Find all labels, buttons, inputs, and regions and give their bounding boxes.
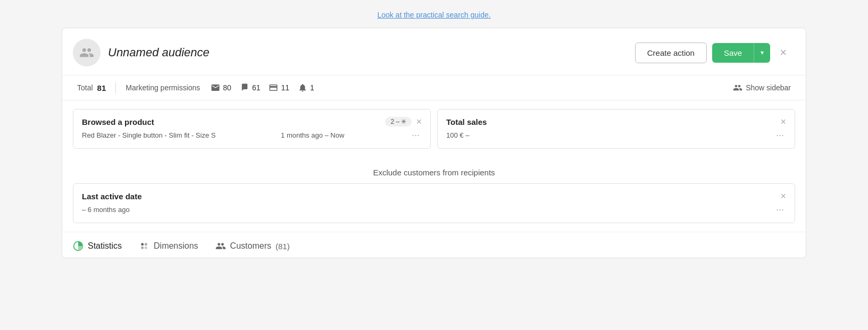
filter-sales-detail: 100 € – ···	[446, 130, 786, 141]
filter-browse-badge: 2 – ✳	[385, 117, 412, 126]
filter-sales-badge-group: ×	[780, 117, 786, 126]
filter-browse-more-button[interactable]: ···	[410, 130, 422, 141]
exclude-label: Exclude customers from recipients	[373, 168, 495, 177]
filter-row: Browsed a product 2 – ✳ × Red Blazer - S…	[73, 109, 795, 149]
exclude-card-date: – 6 months ago	[82, 206, 130, 214]
sms-icon	[240, 83, 249, 92]
filter-sales-close-button[interactable]: ×	[780, 117, 786, 126]
tab-customers[interactable]: Customers (81)	[215, 241, 290, 251]
filter-browse-time: 1 months ago – Now	[281, 131, 344, 139]
filter-browse-close-button[interactable]: ×	[416, 117, 422, 126]
total-label: Total	[77, 83, 93, 92]
customers-icon	[215, 241, 226, 251]
email-icon	[211, 83, 220, 92]
email-value: 80	[223, 83, 231, 92]
filter-card-sales-header: Total sales ×	[446, 117, 786, 126]
exclude-section: Exclude customers from recipients	[62, 159, 806, 183]
filter-card-browse: Browsed a product 2 – ✳ × Red Blazer - S…	[73, 109, 431, 149]
tab-statistics-label: Statistics	[88, 241, 122, 251]
save-button[interactable]: Save	[712, 43, 754, 63]
create-action-button[interactable]: Create action	[635, 43, 707, 63]
card-header: Unnamed audience Create action Save ▾ ×	[62, 28, 806, 75]
bottom-tabs: Statistics Dimensions Customers (81)	[62, 232, 806, 258]
bell-stat: 1	[298, 83, 314, 92]
bell-value: 1	[310, 83, 314, 92]
stats-total: Total 81	[77, 83, 106, 92]
practical-search-guide-link[interactable]: Look at the practical search guide.	[377, 11, 490, 19]
audience-icon	[79, 45, 94, 60]
sms-value: 61	[252, 83, 261, 92]
tab-statistics[interactable]: Statistics	[73, 241, 122, 251]
card-value: 11	[281, 83, 289, 92]
svg-point-3	[141, 247, 144, 249]
tab-customers-count: (81)	[276, 242, 290, 251]
total-value: 81	[97, 83, 106, 92]
exclude-filter-card: Last active date × – 6 months ago ···	[73, 183, 795, 223]
permissions-label: Marketing permissions	[126, 83, 200, 92]
header-left: Unnamed audience	[73, 39, 210, 66]
filter-card-sales: Total sales × 100 € – ···	[437, 109, 795, 149]
show-sidebar-label: Show sidebar	[746, 83, 791, 92]
email-stat: 80	[211, 83, 231, 92]
exclude-card-detail: – 6 months ago ···	[82, 204, 786, 215]
exclude-card-more-button[interactable]: ···	[774, 204, 786, 215]
filter-browse-title: Browsed a product	[82, 117, 154, 126]
save-button-group: Save ▾	[712, 43, 770, 63]
tab-dimensions[interactable]: Dimensions	[139, 241, 198, 251]
card-icon	[269, 83, 278, 92]
exclude-card-title: Last active date	[82, 192, 142, 201]
filter-sales-amount: 100 € –	[446, 131, 469, 139]
save-dropdown-button[interactable]: ▾	[754, 43, 770, 63]
sms-stat: 61	[240, 83, 261, 92]
filter-sales-more-button[interactable]: ···	[774, 130, 786, 141]
exclude-card-header: Last active date ×	[82, 191, 786, 201]
audience-name: Unnamed audience	[108, 46, 210, 60]
bell-icon	[298, 83, 307, 92]
audience-card: Unnamed audience Create action Save ▾ × …	[62, 28, 806, 258]
stats-row: Total 81 Marketing permissions 80 61 11	[62, 75, 806, 100]
filter-browse-detail: Red Blazer - Single button - Slim fit - …	[82, 130, 422, 141]
close-card-button[interactable]: ×	[775, 45, 791, 61]
svg-point-1	[141, 243, 144, 246]
exclude-card-close-button[interactable]: ×	[780, 191, 786, 201]
tab-dimensions-label: Dimensions	[154, 241, 198, 251]
dimensions-icon	[139, 241, 149, 251]
filter-badge-group: 2 – ✳ ×	[385, 117, 422, 126]
card-stat: 11	[269, 83, 289, 92]
filter-card-browse-header: Browsed a product 2 – ✳ ×	[82, 117, 422, 126]
stats-permissions: Marketing permissions	[126, 83, 200, 92]
statistics-icon	[73, 241, 84, 251]
avatar	[73, 39, 101, 66]
svg-point-2	[145, 243, 147, 246]
filter-browse-product-text: Red Blazer - Single button - Slim fit - …	[82, 131, 215, 139]
header-right: Create action Save ▾ ×	[635, 43, 791, 63]
show-sidebar-button[interactable]: Show sidebar	[733, 83, 791, 92]
stats-divider	[115, 82, 116, 94]
tab-customers-label: Customers	[230, 241, 271, 251]
svg-point-4	[145, 247, 147, 249]
filter-area: Browsed a product 2 – ✳ × Red Blazer - S…	[62, 100, 806, 159]
filter-sales-title: Total sales	[446, 117, 487, 126]
sidebar-icon	[733, 83, 742, 92]
